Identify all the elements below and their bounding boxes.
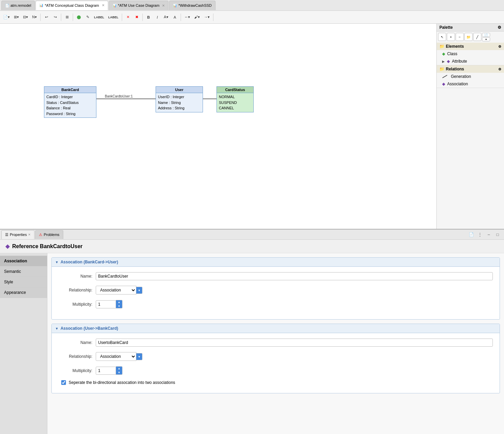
prop-action-minimize-btn[interactable]: – <box>485 231 492 238</box>
toolbar-italic-btn[interactable]: I <box>153 13 161 22</box>
prop-row-name1: Name: <box>59 272 493 280</box>
prop-input-multiplicity2[interactable] <box>96 367 116 375</box>
tab-problems[interactable]: ⚠ Problems <box>35 230 63 239</box>
prop-checkbox-bidirectional[interactable] <box>61 380 66 385</box>
palette-relations-folder-icon: 📁 <box>439 67 444 71</box>
prop-select-wrap1: Association Aggregation Composition ▾ <box>96 286 142 295</box>
prop-multi-wrap2: ▲ ▼ <box>96 366 122 375</box>
uml-class-user[interactable]: User UserID : Integer Name : String Addr… <box>156 86 203 112</box>
properties-title: ◆ Reference BankCardtoUser <box>0 240 504 253</box>
prop-section2-arrow-icon: ▼ <box>55 327 59 330</box>
prop-select-btn1[interactable]: ▾ <box>136 287 142 294</box>
prop-select-wrap2: Association Aggregation Composition ▾ <box>96 352 142 361</box>
prop-spinner1[interactable]: ▲ ▼ <box>116 300 122 308</box>
canvas[interactable]: BankCardtoUser:1 UserToBankCard:1 BankCa… <box>0 24 436 229</box>
prop-section-user-bankcard-header[interactable]: ▼ Assocation (User->BankCard) <box>52 324 500 333</box>
toolbar-circle-btn[interactable]: ⬤ <box>75 13 83 22</box>
palette-folder-btn[interactable]: 📁 <box>464 33 473 41</box>
attr-cardid: CardID : Integer <box>46 94 94 100</box>
tab-close-usecase[interactable]: ✕ <box>162 4 165 7</box>
toolbar-bold-btn[interactable]: B <box>144 13 153 22</box>
prop-select-relationship2[interactable]: Association Aggregation Composition <box>96 352 136 361</box>
tab-bar: 📄 atm.remodel 📊 *ATM Conceptual Class Di… <box>0 0 504 11</box>
tab-properties-close[interactable]: ✕ <box>28 233 31 236</box>
enum-suspend: SUSPEND <box>219 100 251 106</box>
toolbar-cursor-btn[interactable]: ✎ <box>84 13 92 22</box>
palette-item-association[interactable]: ◆ Association <box>437 80 504 88</box>
attr-balance: Balance : Real <box>46 105 94 111</box>
toolbar-sep2 <box>61 14 61 21</box>
palette-item-generation[interactable]: Generation <box>437 73 504 80</box>
prop-action-new-btn[interactable]: 📄 <box>467 231 475 238</box>
prop-sidebar-appearance[interactable]: Appearance <box>0 287 47 298</box>
prop-spinner2[interactable]: ▲ ▼ <box>116 366 122 375</box>
tab-atm-ssd[interactable]: 📊 *WithdrawCashSSD <box>169 1 215 10</box>
toolbar-font-btn[interactable]: A▾ <box>162 13 170 22</box>
properties-title-text: Reference BankCardtoUser <box>12 243 83 249</box>
palette-cursor-btn[interactable]: ↖ <box>438 33 446 41</box>
attr-name: Name : String <box>158 100 201 106</box>
toolbar-fontsize-btn[interactable]: A <box>171 13 179 22</box>
toolbar-delete2-btn[interactable]: ✖ <box>133 13 141 22</box>
toolbar-arrow-btn[interactable]: →▾ <box>202 13 211 22</box>
tab-label-class: *ATM Conceptual Class Diagram <box>45 3 99 7</box>
uml-class-bankcard[interactable]: BankCard CardID : Integer Status : CardS… <box>44 86 96 118</box>
palette-association-label: Association <box>447 82 468 86</box>
tab-problems-label: Problems <box>44 233 59 237</box>
uml-enum-cardstatus[interactable]: CardStatus NORMAL SUSPEND CANNEL <box>216 86 254 112</box>
tab-label-ssd: *WithdrawCashSSD <box>178 3 211 7</box>
prop-select-relationship1[interactable]: Association Aggregation Composition <box>96 286 136 295</box>
prop-input-name2[interactable] <box>96 339 493 347</box>
toolbar-label1-btn[interactable]: LABEL <box>92 13 106 22</box>
prop-select-btn2[interactable]: ▾ <box>136 353 142 360</box>
palette-item-attribute[interactable]: ▶ ◆ Attribute <box>437 58 504 65</box>
palette-item-class[interactable]: ◆ Class <box>437 50 504 58</box>
palette-arrow-btn[interactable]: ▾ <box>482 37 490 41</box>
prop-label-relationship2: Relationship: <box>59 354 92 359</box>
palette-zoom-in-btn[interactable]: + <box>447 33 455 41</box>
prop-sidebar-style[interactable]: Style <box>0 277 47 287</box>
palette-new-btn[interactable]: 📄 <box>482 33 490 37</box>
palette-section-relations-header[interactable]: 📁 Relations ⚙ <box>437 65 504 73</box>
prop-action-maximize-btn[interactable]: □ <box>494 231 501 238</box>
palette-title: Palette <box>439 25 453 30</box>
prop-row-relationship2: Relationship: Association Aggregation Co… <box>59 352 493 361</box>
toolbar-arrange-btn[interactable]: ⊟▾ <box>21 13 30 22</box>
toolbar-redo-btn[interactable]: ↪ <box>51 13 59 22</box>
properties-tab-actions: 📄 ⋮ – □ <box>467 231 503 238</box>
prop-label-name2: Name: <box>59 340 92 345</box>
uml-enum-cardstatus-body: NORMAL SUSPEND CANNEL <box>217 93 253 112</box>
tab-atm-usecase[interactable]: 📊 *ATM Use Case Diagram ✕ <box>109 1 169 10</box>
toolbar-label2-btn[interactable]: LABEL <box>107 13 120 22</box>
toolbar-color-btn[interactable]: 🖌▾ <box>192 13 202 22</box>
main-area: BankCardtoUser:1 UserToBankCard:1 BankCa… <box>0 24 504 229</box>
prop-sidebar-association[interactable]: Association <box>0 256 47 266</box>
toolbar: 📄▾ ⊞▾ ⊟▾ N▾ ↩ ↪ ⊞ ⬤ ✎ LABEL LABEL ✕ ✖ B … <box>0 11 504 24</box>
palette-settings-icon[interactable]: ⚙ <box>498 25 501 30</box>
prop-sidebar-semantic[interactable]: Semantic <box>0 266 47 277</box>
toolbar-delete-btn[interactable]: ✕ <box>124 13 132 22</box>
tab-atm-remodel[interactable]: 📄 atm.remodel <box>1 1 35 10</box>
tab-properties[interactable]: ☰ Properties ✕ <box>1 230 35 239</box>
toolbar-nav-btn[interactable]: N▾ <box>30 13 39 22</box>
palette-relations-settings-icon[interactable]: ⚙ <box>498 67 501 71</box>
prop-input-name1[interactable] <box>96 272 493 280</box>
tab-close-class[interactable]: ✕ <box>102 3 105 7</box>
uml-enum-cardstatus-header: CardStatus <box>217 87 253 93</box>
toolbar-layout-btn[interactable]: ⊞▾ <box>12 13 21 22</box>
tab-atm-class[interactable]: 📊 *ATM Conceptual Class Diagram ✕ <box>36 1 108 10</box>
palette-attribute-arrow-icon: ▶ <box>442 60 445 63</box>
prop-section-bankcard-user-header[interactable]: ▼ Assocation (BankCard->User) <box>52 258 500 267</box>
palette-class-diamond-icon: ◆ <box>442 51 445 56</box>
palette-diagonal-btn[interactable]: ╱ <box>473 33 481 41</box>
prop-section2-title: Assocation (User->BankCard) <box>61 326 118 331</box>
toolbar-align-btn[interactable]: ↔▾ <box>183 13 192 22</box>
prop-input-multiplicity1[interactable] <box>96 300 116 308</box>
prop-action-menu-btn[interactable]: ⋮ <box>476 231 484 238</box>
palette-zoom-out-btn[interactable]: − <box>456 33 464 41</box>
palette-section-elements-header[interactable]: 📁 Elements ⚙ <box>437 43 504 50</box>
palette-elements-settings-icon[interactable]: ⚙ <box>498 45 501 48</box>
toolbar-new-btn[interactable]: 📄▾ <box>1 13 12 22</box>
toolbar-undo-btn[interactable]: ↩ <box>42 13 50 22</box>
toolbar-diagram-btn[interactable]: ⊞ <box>63 13 71 22</box>
